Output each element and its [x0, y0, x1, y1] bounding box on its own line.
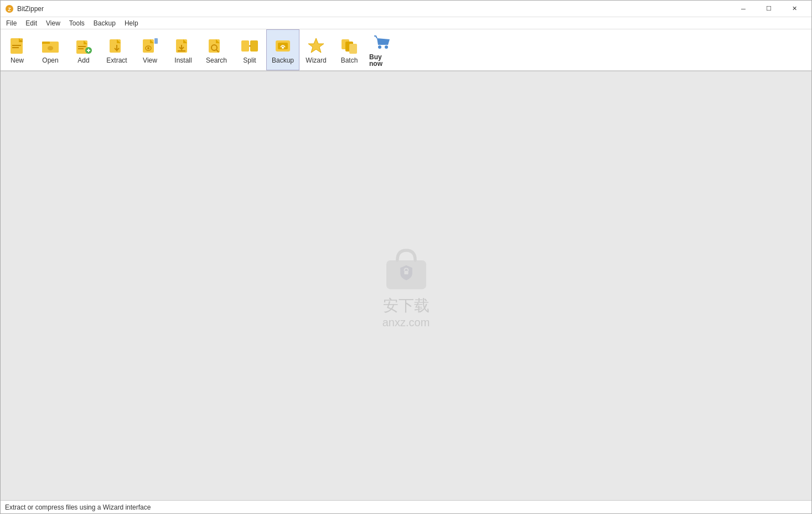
menu-item-tools[interactable]: Tools — [65, 18, 89, 28]
toolbar-btn-add[interactable]: Add — [67, 29, 100, 70]
svg-rect-31 — [241, 40, 249, 52]
svg-point-41 — [378, 45, 381, 49]
svg-rect-40 — [349, 44, 357, 54]
toolbar-btn-label-wizard: Wizard — [306, 57, 326, 64]
toolbar-btn-label-batch: Batch — [341, 57, 358, 64]
toolbar-btn-label-install: Install — [174, 57, 192, 64]
svg-rect-26 — [178, 50, 185, 52]
toolbar-btn-label-open: Open — [42, 57, 58, 64]
menu-item-view[interactable]: View — [42, 18, 65, 28]
add-icon — [74, 36, 94, 56]
titlebar-controls: ─ ☐ ✕ — [731, 1, 807, 17]
menu-item-help[interactable]: Help — [120, 18, 143, 28]
svg-point-42 — [385, 45, 388, 49]
toolbar-btn-label-buynow: Buy now — [369, 54, 396, 67]
svg-point-22 — [147, 47, 149, 49]
minimize-button[interactable]: ─ — [731, 1, 756, 17]
search-icon — [206, 36, 226, 56]
toolbar-btn-view[interactable]: View — [133, 29, 167, 70]
toolbar-btn-wizard[interactable]: Wizard — [299, 29, 333, 70]
titlebar-title: BitZipper — [17, 5, 44, 13]
svg-point-9 — [48, 46, 53, 50]
toolbar-btn-install[interactable]: Install — [167, 29, 200, 70]
install-icon — [173, 36, 193, 56]
toolbar-btn-label-add: Add — [77, 57, 89, 64]
statusbar: Extract or compress files using a Wizard… — [1, 500, 811, 513]
toolbar-btn-batch[interactable]: Batch — [333, 29, 366, 70]
toolbar-btn-new[interactable]: New — [1, 29, 34, 70]
statusbar-text: Extract or compress files using a Wizard… — [5, 503, 151, 511]
svg-rect-17 — [110, 39, 121, 53]
wizard-icon — [306, 36, 326, 56]
svg-text:Z: Z — [8, 7, 11, 12]
menu-item-edit[interactable]: Edit — [21, 18, 42, 28]
svg-rect-16 — [88, 49, 89, 52]
view-icon — [140, 36, 160, 56]
toolbar-btn-label-view: View — [143, 57, 157, 64]
toolbar-btn-label-split: Split — [243, 57, 256, 64]
backup-icon — [273, 36, 293, 56]
toolbar-btn-extract[interactable]: Extract — [100, 29, 133, 70]
menu-item-backup[interactable]: Backup — [89, 18, 120, 28]
toolbar-btn-open[interactable]: Open — [34, 29, 67, 70]
toolbar-btn-label-new: New — [11, 57, 24, 64]
new-icon — [7, 36, 27, 56]
toolbar-btn-search[interactable]: Search — [200, 29, 233, 70]
toolbar-btn-label-backup: Backup — [272, 57, 294, 64]
toolbar-btn-backup[interactable]: Backup — [266, 29, 299, 70]
toolbar-btn-label-search: Search — [206, 57, 227, 64]
titlebar: Z BitZipper ─ ☐ ✕ — [1, 1, 811, 17]
svg-rect-44 — [404, 271, 408, 274]
open-icon — [40, 36, 60, 56]
buynow-icon — [373, 33, 392, 53]
split-icon — [240, 36, 260, 56]
watermark: 安下载 anxz.com — [381, 243, 431, 329]
watermark-text: 安下载 — [383, 295, 430, 316]
toolbar-btn-buynow[interactable]: Buy now — [366, 29, 399, 70]
toolbar-btn-split[interactable]: Split — [233, 29, 266, 70]
menubar: FileEditViewToolsBackupHelp — [1, 17, 811, 29]
toolbar: NewOpenAddExtractViewInstallSearchSplitB… — [1, 29, 811, 71]
watermark-url: anxz.com — [382, 316, 430, 329]
close-button[interactable]: ✕ — [782, 1, 807, 17]
svg-rect-5 — [12, 47, 19, 48]
extract-icon — [107, 36, 127, 56]
svg-rect-13 — [78, 48, 84, 49]
batch-icon — [339, 36, 359, 56]
watermark-bag-icon — [381, 243, 431, 293]
app-icon: Z — [5, 4, 14, 13]
main-content: 安下载 anxz.com — [1, 71, 811, 500]
toolbar-btn-label-extract: Extract — [106, 57, 127, 64]
titlebar-left: Z BitZipper — [5, 4, 44, 13]
svg-rect-4 — [12, 45, 21, 46]
svg-point-36 — [282, 47, 284, 49]
maximize-button[interactable]: ☐ — [756, 1, 782, 17]
svg-rect-32 — [250, 40, 258, 52]
svg-rect-12 — [78, 46, 86, 47]
menu-item-file[interactable]: File — [2, 18, 21, 28]
svg-rect-23 — [154, 38, 158, 44]
svg-marker-37 — [308, 38, 324, 53]
